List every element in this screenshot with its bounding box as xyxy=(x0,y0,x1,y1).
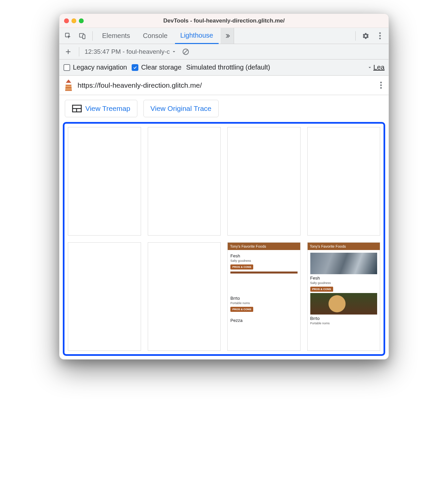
clear-icon[interactable] xyxy=(180,46,192,58)
report-url: https://foul-heavenly-direction.glitch.m… xyxy=(78,81,202,89)
device-toolbar-icon[interactable] xyxy=(76,30,88,42)
report-dropdown-label: 12:35:47 PM - foul-heavenly-c xyxy=(85,48,170,55)
divider xyxy=(355,31,356,41)
chevron-down-icon xyxy=(172,49,176,54)
report-toolbar: 12:35:47 PM - foul-heavenly-c xyxy=(59,44,389,59)
actions-row: View Treemap View Original Trace xyxy=(59,95,389,117)
filmstrip-frame[interactable]: Tony's Favorite Foods Fesh Salty goodnes… xyxy=(227,242,301,351)
tab-console[interactable]: Console xyxy=(137,28,173,44)
chevron-down-icon xyxy=(367,65,372,70)
mini-item-title: Brrto xyxy=(310,316,377,321)
clear-storage-option[interactable]: Clear storage xyxy=(132,64,181,71)
learn-more-label: Lea xyxy=(373,64,385,71)
inspect-element-icon[interactable] xyxy=(62,30,74,42)
mini-item-sub: Portable noms xyxy=(310,322,377,325)
divider xyxy=(79,47,79,56)
checkbox-unchecked-icon[interactable] xyxy=(63,64,70,71)
legacy-navigation-option[interactable]: Legacy navigation xyxy=(63,64,127,71)
mini-item-sub: Portable noms xyxy=(230,301,298,305)
filmstrip: Tony's Favorite Foods Fesh Salty goodnes… xyxy=(63,122,385,356)
close-button[interactable] xyxy=(64,18,69,23)
mini-item-title: Brrto xyxy=(230,296,298,301)
kebab-menu-icon[interactable] xyxy=(374,30,386,42)
titlebar: DevTools - foul-heavenly-direction.glitc… xyxy=(59,14,389,28)
view-treemap-button[interactable]: View Treemap xyxy=(65,100,137,117)
minimize-button[interactable] xyxy=(72,18,76,23)
mini-site-title: Tony's Favorite Foods xyxy=(228,243,300,250)
legacy-navigation-label: Legacy navigation xyxy=(73,64,127,71)
lighthouse-icon xyxy=(64,80,73,91)
maximize-button[interactable] xyxy=(79,18,84,23)
window-title: DevTools - foul-heavenly-direction.glitc… xyxy=(59,17,389,24)
mini-item-title: Fesh xyxy=(230,253,298,258)
mini-image-fish xyxy=(310,253,377,274)
view-trace-label: View Original Trace xyxy=(150,105,212,113)
throttling-option: Simulated throttling (default) xyxy=(186,64,270,71)
mini-item-title: Pezza xyxy=(230,318,298,323)
view-treemap-label: View Treemap xyxy=(85,105,130,113)
mini-site-title: Tony's Favorite Foods xyxy=(308,243,380,250)
url-bar: https://foul-heavenly-direction.glitch.m… xyxy=(59,76,389,95)
tab-elements[interactable]: Elements xyxy=(97,28,135,44)
filmstrip-frame[interactable]: Tony's Favorite Foods Fesh Salty goodnes… xyxy=(307,242,380,351)
mini-pros-cons-button: PROS & CONS xyxy=(230,307,253,312)
main-toolbar: Elements Console Lighthouse xyxy=(59,28,389,44)
mini-pros-cons-button: PROS & CONS xyxy=(310,287,333,292)
mini-item-sub: Salty goodness xyxy=(230,259,298,262)
more-tabs-button[interactable] xyxy=(221,28,234,44)
report-dropdown[interactable]: 12:35:47 PM - foul-heavenly-c xyxy=(85,48,176,55)
mini-image-burrito xyxy=(310,293,377,315)
mini-item-sub: Salty goodness xyxy=(310,281,377,285)
divider xyxy=(92,31,93,41)
filmstrip-frame[interactable] xyxy=(148,127,221,236)
options-toolbar: Legacy navigation Clear storage Simulate… xyxy=(59,59,389,76)
view-original-trace-button[interactable]: View Original Trace xyxy=(143,100,219,117)
treemap-icon xyxy=(72,105,82,113)
filmstrip-frame[interactable] xyxy=(68,242,141,351)
mini-image-placeholder xyxy=(230,272,298,274)
checkbox-checked-icon[interactable] xyxy=(132,64,138,71)
mini-pros-cons-button: PROS & CONS xyxy=(230,264,253,269)
clear-storage-label: Clear storage xyxy=(141,64,181,71)
svg-rect-2 xyxy=(83,35,85,39)
new-report-button[interactable] xyxy=(63,46,74,57)
filmstrip-frame[interactable] xyxy=(227,127,301,236)
tab-lighthouse[interactable]: Lighthouse xyxy=(175,28,219,44)
devtools-window: DevTools - foul-heavenly-direction.glitc… xyxy=(59,13,389,360)
filmstrip-frame[interactable] xyxy=(307,127,380,236)
settings-gear-icon[interactable] xyxy=(360,30,372,42)
traffic-lights xyxy=(64,18,84,23)
learn-more-dropdown[interactable]: Lea xyxy=(367,64,385,71)
mini-item-title: Fesh xyxy=(310,276,377,281)
filmstrip-frame[interactable] xyxy=(68,127,141,236)
filmstrip-frame[interactable] xyxy=(148,242,221,351)
report-menu-icon[interactable] xyxy=(378,80,384,91)
throttling-label: Simulated throttling (default) xyxy=(186,64,270,71)
